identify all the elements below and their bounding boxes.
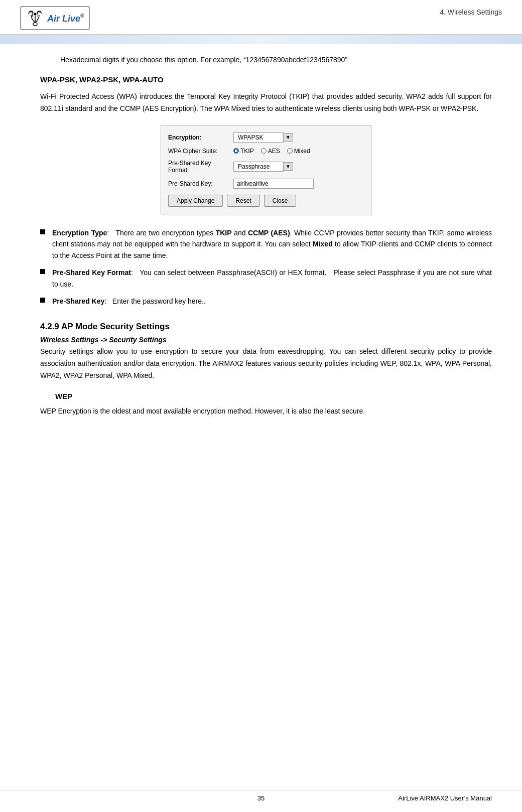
bullet-list: Encryption Type: There are two encryptio… bbox=[40, 227, 492, 307]
ccmp-bold: CCMP (AES) bbox=[248, 229, 290, 237]
logo-box: Air Live® bbox=[20, 6, 90, 30]
logo-area: Air Live® bbox=[20, 6, 90, 30]
key-input[interactable]: airliveairlive bbox=[233, 179, 314, 189]
svg-point-2 bbox=[34, 13, 37, 16]
bullet-title-encryption: Encryption Type bbox=[52, 229, 107, 237]
section-429-nav: Wireless Settings -> Security Settings bbox=[40, 336, 492, 344]
aes-radio[interactable] bbox=[261, 148, 267, 154]
section-429-body: Security settings allow you to use encry… bbox=[40, 346, 492, 381]
encryption-row: Encryption: WPAPSK ▼ bbox=[168, 132, 361, 143]
bullet-content-key: Pre-Shared Key: Enter the password key h… bbox=[52, 296, 492, 307]
page-number: 35 bbox=[257, 794, 265, 802]
cipher-radio-group[interactable]: TKIP AES Mixed bbox=[233, 148, 310, 155]
wep-body: WEP Encryption is the oldest and most av… bbox=[40, 405, 492, 418]
bullet-title-key: Pre-Shared Key bbox=[52, 297, 104, 305]
encryption-select-wrapper[interactable]: WPAPSK ▼ bbox=[233, 132, 293, 143]
bullet-icon bbox=[40, 229, 45, 234]
wpa-body: Wi-Fi Protected Access (WPA) introduces … bbox=[40, 91, 492, 115]
page-header: Air Live® 4. Wireless Settings bbox=[0, 0, 522, 35]
encryption-dropdown-arrow[interactable]: ▼ bbox=[283, 133, 293, 142]
wpa-heading: WPA-PSK, WPA2-PSK, WPA-AUTO bbox=[40, 75, 492, 84]
list-item: Encryption Type: There are two encryptio… bbox=[40, 227, 492, 261]
chapter-title: 4. Wireless Settings bbox=[440, 6, 502, 16]
cipher-aes-option[interactable]: AES bbox=[261, 148, 280, 155]
key-format-select-wrapper[interactable]: Passphrase ▼ bbox=[233, 162, 293, 172]
aes-label: AES bbox=[268, 148, 280, 155]
cipher-mixed-option[interactable]: Mixed bbox=[287, 148, 310, 155]
section-429-heading: 4.2.9 AP Mode Security Settings bbox=[40, 322, 492, 332]
mixed-radio[interactable] bbox=[287, 148, 293, 154]
bullet-icon bbox=[40, 269, 45, 274]
wep-heading: WEP bbox=[55, 392, 492, 400]
cipher-tkip-option[interactable]: TKIP bbox=[233, 148, 254, 155]
key-format-label: Pre-Shared Key Format: bbox=[168, 160, 233, 174]
logo-text: Air Live® bbox=[47, 13, 84, 24]
cipher-row: WPA Cipher Suite: TKIP AES Mixed bbox=[168, 148, 361, 155]
key-format-value[interactable]: Passphrase bbox=[233, 162, 284, 172]
encryption-label: Encryption: bbox=[168, 134, 233, 141]
cipher-label: WPA Cipher Suite: bbox=[168, 148, 233, 155]
intro-text: Hexadecimal digits if you choose this op… bbox=[60, 54, 492, 65]
list-item: Pre-Shared Key: Enter the password key h… bbox=[40, 296, 492, 307]
bullet-icon bbox=[40, 298, 45, 303]
list-item: Pre-Shared Key Format: You can select be… bbox=[40, 267, 492, 290]
encryption-value[interactable]: WPAPSK bbox=[233, 132, 284, 143]
apply-change-button[interactable]: Apply Change bbox=[168, 195, 223, 207]
key-format-row: Pre-Shared Key Format: Passphrase ▼ bbox=[168, 160, 361, 174]
button-row: Apply Change Reset Close bbox=[168, 195, 361, 207]
main-content: Hexadecimal digits if you choose this op… bbox=[0, 44, 522, 436]
bullet-title-keyformat: Pre-Shared Key Format bbox=[52, 268, 131, 277]
settings-panel: Encryption: WPAPSK ▼ WPA Cipher Suite: T… bbox=[161, 125, 371, 215]
tkip-bold: TKIP bbox=[216, 229, 232, 237]
svg-point-0 bbox=[33, 23, 37, 26]
key-row: Pre-Shared Key: airliveairlive bbox=[168, 179, 361, 189]
settings-box-wrapper: Encryption: WPAPSK ▼ WPA Cipher Suite: T… bbox=[40, 125, 492, 215]
antenna-icon bbox=[26, 9, 44, 27]
bullet-content-keyformat: Pre-Shared Key Format: You can select be… bbox=[52, 267, 492, 290]
decorative-wave bbox=[0, 35, 522, 44]
mixed-label: Mixed bbox=[294, 148, 310, 155]
tkip-label: TKIP bbox=[240, 148, 254, 155]
key-format-dropdown-arrow[interactable]: ▼ bbox=[283, 162, 293, 171]
wep-section: WEP WEP Encryption is the oldest and mos… bbox=[40, 392, 492, 418]
tkip-radio[interactable] bbox=[233, 148, 239, 154]
footer-brand: AirLive AIRMAX2 User’s Manual bbox=[398, 794, 492, 802]
key-label: Pre-Shared Key: bbox=[168, 180, 233, 187]
close-button[interactable]: Close bbox=[264, 195, 297, 207]
section-429: 4.2.9 AP Mode Security Settings Wireless… bbox=[40, 322, 492, 381]
bullet-content-encryption: Encryption Type: There are two encryptio… bbox=[52, 227, 492, 261]
page-footer: 35 AirLive AIRMAX2 User’s Manual bbox=[0, 790, 522, 802]
mixed-bold: Mixed bbox=[313, 240, 333, 248]
reset-button[interactable]: Reset bbox=[227, 195, 259, 207]
